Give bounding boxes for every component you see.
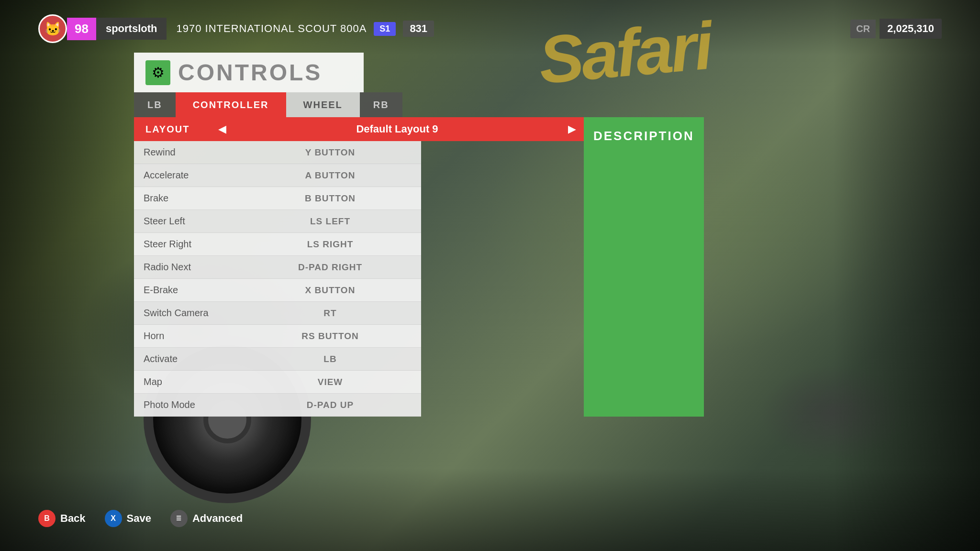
bottom-bar: BBackXSave☰Advanced	[38, 510, 942, 527]
main-panel: ⚙ CONTROLS LB CONTROLLER WHEEL RB LAYOUT…	[134, 53, 584, 417]
player-avatar	[38, 14, 67, 43]
control-name: Horn	[134, 331, 239, 342]
control-name: Brake	[134, 193, 239, 204]
control-binding: RS BUTTON	[239, 331, 421, 342]
gear-icon: ⚙	[145, 60, 170, 85]
s-badge: S1	[374, 22, 396, 36]
control-row[interactable]: E-BrakeX BUTTON	[134, 279, 421, 302]
bottom-action-back[interactable]: BBack	[38, 510, 86, 527]
control-row[interactable]: Switch CameraRT	[134, 302, 421, 325]
button-label-back: Back	[60, 512, 86, 525]
description-panel: DESCRIPTION	[584, 117, 704, 417]
layout-arrow-right[interactable]: ▶	[560, 117, 584, 141]
control-name: Map	[134, 376, 239, 387]
tab-lb[interactable]: LB	[134, 92, 176, 117]
control-name: Steer Right	[134, 239, 239, 250]
control-row[interactable]: BrakeB BUTTON	[134, 187, 421, 210]
player-info: 98 sportsloth 1970 INTERNATIONAL SCOUT 8…	[38, 14, 434, 43]
control-row[interactable]: AccelerateA BUTTON	[134, 164, 421, 187]
control-name: Activate	[134, 353, 239, 364]
content-area: LAYOUT ◀ Default Layout 9 ▶ RewindY BUTT…	[134, 117, 584, 417]
control-row[interactable]: MapVIEW	[134, 371, 421, 394]
control-binding: RT	[239, 308, 421, 319]
cr-value: 2,025,310	[880, 19, 942, 39]
control-name: Accelerate	[134, 170, 239, 181]
button-label-advanced: Advanced	[192, 512, 243, 525]
button-advanced: ☰	[170, 510, 188, 527]
bottom-action-save[interactable]: XSave	[105, 510, 151, 527]
car-info: 1970 INTERNATIONAL SCOUT 800A S1 831	[176, 21, 434, 37]
control-name: Rewind	[134, 147, 239, 158]
control-binding: LS LEFT	[239, 216, 421, 227]
tab-wheel[interactable]: WHEEL	[286, 92, 360, 117]
tab-controller[interactable]: CONTROLLER	[176, 92, 286, 117]
control-binding: B BUTTON	[239, 193, 421, 204]
control-binding: D-PAD RIGHT	[239, 262, 421, 273]
description-title: DESCRIPTION	[593, 129, 694, 143]
control-binding: VIEW	[239, 377, 421, 387]
control-binding: A BUTTON	[239, 170, 421, 181]
controls-list: RewindY BUTTONAccelerateA BUTTONBrakeB B…	[134, 141, 584, 417]
layout-arrow-left[interactable]: ◀	[211, 117, 234, 141]
car-name: 1970 INTERNATIONAL SCOUT 800A	[176, 22, 367, 35]
control-name: E-Brake	[134, 285, 239, 296]
control-row[interactable]: Radio NextD-PAD RIGHT	[134, 256, 421, 279]
control-binding: Y BUTTON	[239, 147, 421, 158]
tab-bar: LB CONTROLLER WHEEL RB	[134, 92, 584, 117]
control-name: Switch Camera	[134, 308, 239, 319]
layout-value: Default Layout 9	[234, 117, 560, 141]
control-name: Photo Mode	[134, 399, 239, 410]
cr-info: CR 2,025,310	[850, 19, 942, 39]
pi-value: 831	[403, 21, 434, 37]
bottom-action-advanced[interactable]: ☰Advanced	[170, 510, 243, 527]
layout-row: LAYOUT ◀ Default Layout 9 ▶	[134, 117, 584, 141]
control-binding: LB	[239, 354, 421, 364]
button-back: B	[38, 510, 56, 527]
player-level: 98	[67, 18, 96, 40]
cr-label: CR	[850, 20, 876, 38]
button-label-save: Save	[127, 512, 151, 525]
layout-label: LAYOUT	[134, 117, 211, 141]
control-row[interactable]: Photo ModeD-PAD UP	[134, 394, 421, 417]
control-row[interactable]: Steer LeftLS LEFT	[134, 210, 421, 233]
control-binding: LS RIGHT	[239, 239, 421, 250]
control-row[interactable]: ActivateLB	[134, 348, 421, 371]
control-binding: X BUTTON	[239, 285, 421, 296]
control-row[interactable]: Steer RightLS RIGHT	[134, 233, 421, 256]
tab-rb[interactable]: RB	[360, 92, 402, 117]
button-save: X	[105, 510, 122, 527]
controls-title: CONTROLS	[178, 59, 322, 86]
control-row[interactable]: HornRS BUTTON	[134, 325, 421, 348]
control-name: Steer Left	[134, 216, 239, 227]
control-name: Radio Next	[134, 262, 239, 273]
player-name: sportsloth	[96, 18, 167, 40]
left-panel: LAYOUT ◀ Default Layout 9 ▶ RewindY BUTT…	[134, 117, 584, 417]
control-binding: D-PAD UP	[239, 400, 421, 410]
controls-header: ⚙ CONTROLS	[134, 53, 364, 92]
control-row[interactable]: RewindY BUTTON	[134, 141, 421, 164]
top-bar: 98 sportsloth 1970 INTERNATIONAL SCOUT 8…	[38, 14, 942, 43]
